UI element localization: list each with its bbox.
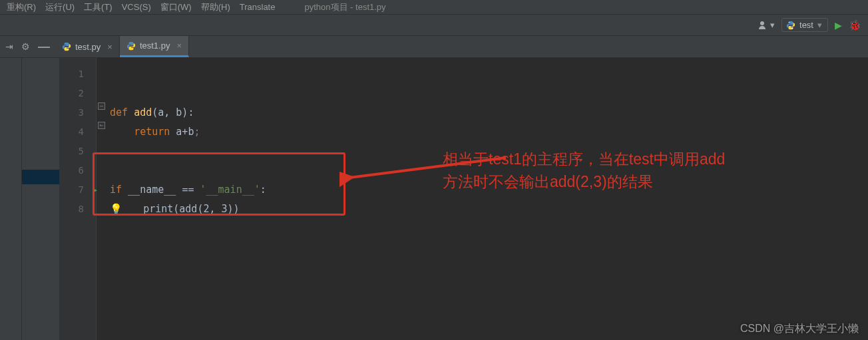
main-area: 1 2 3 4 5 6 7 8 −def add(a, b): ⌙ return… (0, 58, 868, 340)
code-line: 💡 print(add(2, 3)) (97, 200, 868, 219)
menu-help[interactable]: 帮助(H) (201, 1, 230, 13)
tab-tools: ⇥ ⚙ — (0, 36, 55, 57)
watermark: CSDN @吉林大学王小懒 (740, 322, 859, 336)
menu-tools[interactable]: 工具(T) (84, 1, 112, 13)
close-icon[interactable]: × (107, 42, 112, 52)
fold-icon[interactable]: − (98, 102, 105, 110)
menu-translate[interactable]: Translate (240, 2, 276, 12)
code-line (97, 65, 868, 84)
tab-label: test1.py (140, 41, 170, 51)
editor-tabs: ⇥ ⚙ — test.py × test1.py × (0, 36, 868, 58)
chevron-down-icon: ▾ (817, 20, 822, 30)
project-panel[interactable] (22, 58, 60, 340)
code-line: ⌙ return a+b; (97, 122, 868, 142)
gear-icon[interactable]: ⚙ (21, 41, 30, 52)
lightbulb-icon[interactable]: 💡 (110, 200, 119, 219)
code-editor[interactable]: 1 2 3 4 5 6 7 8 −def add(a, b): ⌙ return… (60, 58, 868, 340)
annotation-line2: 方法时不会输出add(2,3)的结果 (443, 170, 725, 193)
python-icon (786, 21, 795, 30)
line-number: 8 (60, 200, 96, 219)
svg-point-0 (760, 21, 764, 25)
minus-icon[interactable]: — (38, 40, 50, 54)
menu-vcs[interactable]: VCS(S) (122, 2, 151, 12)
tab-test1-py[interactable]: test1.py × (120, 36, 189, 57)
svg-point-1 (789, 22, 789, 23)
line-number: 5 (60, 142, 96, 161)
project-selection (22, 170, 59, 184)
annotation-text: 相当于test1的主程序，当在test中调用add 方法时不会输出add(2,3… (443, 148, 725, 193)
annotation-line1: 相当于test1的主程序，当在test中调用add (443, 148, 725, 170)
tab-test-py[interactable]: test.py × (55, 36, 120, 57)
menu-run[interactable]: 运行(U) (45, 1, 75, 13)
line-number: 1 (60, 65, 96, 84)
line-number: 2 (60, 84, 96, 103)
code-area[interactable]: −def add(a, b): ⌙ return a+b; if __name_… (97, 58, 868, 340)
menu-refactor[interactable]: 重构(R) (7, 1, 36, 13)
close-icon[interactable]: × (176, 41, 182, 51)
menu-bar: 重构(R) 运行(U) 工具(T) VCS(S) 窗口(W) 帮助(H) Tra… (0, 0, 868, 15)
code-line (97, 84, 868, 103)
line-number: 6 (60, 161, 96, 180)
collapse-icon[interactable]: ⇥ (5, 41, 13, 52)
tab-label: test.py (75, 42, 101, 52)
menu-window[interactable]: 窗口(W) (160, 1, 192, 13)
python-icon (62, 42, 71, 51)
user-icon[interactable]: ▾ (758, 20, 775, 30)
top-toolbar: ▾ test ▾ ▶ 🐞 (0, 15, 868, 36)
line-gutter: 1 2 3 4 5 6 7 8 (60, 58, 97, 340)
tool-window-strip[interactable] (0, 58, 22, 340)
chevron-down-icon: ▾ (770, 20, 775, 30)
code-line: −def add(a, b): (97, 103, 868, 122)
line-number: 4 (60, 122, 96, 142)
run-button[interactable]: ▶ (835, 20, 842, 31)
run-config-label: test (799, 20, 813, 30)
debug-button[interactable]: 🐞 (849, 19, 861, 31)
line-number: 3 (60, 103, 96, 122)
fold-icon[interactable]: ⌙ (98, 122, 105, 129)
breadcrumb: python项目 - test1.py (304, 1, 385, 13)
run-config-selector[interactable]: test ▾ (781, 18, 828, 32)
line-number: 7 (60, 180, 96, 200)
python-icon (126, 41, 136, 51)
svg-point-2 (792, 27, 793, 28)
